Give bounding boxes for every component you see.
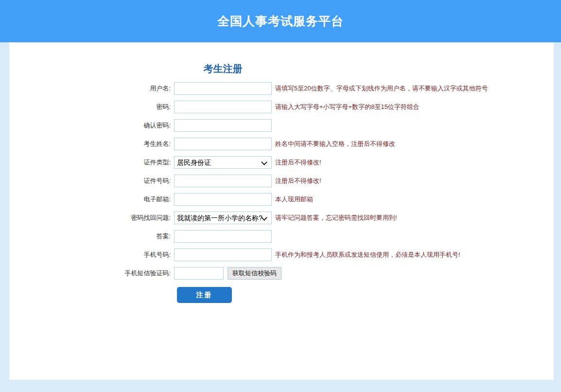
username-label: 用户名: bbox=[9, 84, 174, 93]
email-label: 电子邮箱: bbox=[9, 195, 174, 204]
security-question-label: 密码找回问题: bbox=[9, 214, 174, 222]
cert-number-label: 证件号码: bbox=[9, 177, 174, 185]
confirm-password-label: 确认密码: bbox=[9, 121, 174, 130]
security-question-select[interactable]: 我就读的第一所小学的名称? bbox=[174, 212, 272, 224]
form-row-confirm-password: 确认密码: bbox=[9, 119, 554, 132]
candidate-name-input[interactable] bbox=[174, 138, 272, 150]
site-title: 全国人事考试服务平台 bbox=[217, 13, 344, 29]
confirm-password-input[interactable] bbox=[174, 119, 272, 132]
candidate-name-hint: 姓名中间请不要输入空格，注册后不得修改 bbox=[275, 140, 395, 148]
password-input[interactable] bbox=[174, 101, 272, 113]
username-input[interactable] bbox=[174, 82, 272, 95]
form-row-cert-type: 证件类型: 居民身份证 注册后不得修改! bbox=[9, 156, 554, 169]
form-row-email: 电子邮箱: 本人现用邮箱 bbox=[9, 193, 554, 206]
form-row-sms-code: 手机短信验证码: 获取短信校验码 bbox=[9, 267, 554, 280]
password-label: 密码: bbox=[9, 103, 174, 111]
register-button[interactable]: 注册 bbox=[177, 287, 232, 303]
security-question-select-wrap: 我就读的第一所小学的名称? bbox=[174, 212, 272, 224]
email-hint: 本人现用邮箱 bbox=[275, 195, 313, 204]
candidate-name-label: 考生姓名: bbox=[9, 140, 174, 148]
form-title: 考生注册 bbox=[174, 62, 272, 75]
answer-input[interactable] bbox=[174, 230, 272, 243]
form-row-cert-number: 证件号码: 注册后不得修改! bbox=[9, 175, 554, 187]
email-input[interactable] bbox=[174, 193, 272, 206]
main-panel: 考生注册 用户名: 请填写5至20位数字、字母或下划线作为用户名，请不要输入汉字… bbox=[9, 42, 554, 380]
cert-type-select-wrap: 居民身份证 bbox=[174, 156, 272, 169]
password-hint: 请输入大写字母+小写字母+数字的8至15位字符组合 bbox=[275, 103, 420, 111]
cert-type-select[interactable]: 居民身份证 bbox=[174, 156, 272, 169]
form-row-name: 考生姓名: 姓名中间请不要输入空格，注册后不得修改 bbox=[9, 138, 554, 150]
sms-code-input[interactable] bbox=[174, 267, 224, 280]
sms-code-label: 手机短信验证码: bbox=[9, 269, 174, 278]
form-row-security-question: 密码找回问题: 我就读的第一所小学的名称? 请牢记问题答案，忘记密码需找回时要用… bbox=[9, 212, 554, 224]
mobile-input[interactable] bbox=[174, 249, 272, 261]
username-hint: 请填写5至20位数字、字母或下划线作为用户名，请不要输入汉字或其他符号 bbox=[275, 84, 488, 93]
form-row-answer: 答案: bbox=[9, 230, 554, 243]
form-row-mobile: 手机号码: 手机作为和报考人员联系或发送短信使用，必须是本人现用手机号! bbox=[9, 249, 554, 261]
form-row-password: 密码: 请输入大写字母+小写字母+数字的8至15位字符组合 bbox=[9, 101, 554, 113]
mobile-hint: 手机作为和报考人员联系或发送短信使用，必须是本人现用手机号! bbox=[275, 250, 460, 259]
mobile-label: 手机号码: bbox=[9, 250, 174, 259]
get-sms-code-button[interactable]: 获取短信校验码 bbox=[228, 267, 281, 280]
cert-type-label: 证件类型: bbox=[9, 158, 174, 167]
submit-row: 注册 bbox=[177, 287, 554, 303]
form-row-username: 用户名: 请填写5至20位数字、字母或下划线作为用户名，请不要输入汉字或其他符号 bbox=[9, 82, 554, 95]
security-question-hint: 请牢记问题答案，忘记密码需找回时要用到! bbox=[275, 214, 397, 222]
cert-number-input[interactable] bbox=[174, 175, 272, 187]
cert-type-hint: 注册后不得修改! bbox=[275, 158, 321, 167]
answer-label: 答案: bbox=[9, 232, 174, 241]
header-bar: 全国人事考试服务平台 bbox=[0, 0, 561, 42]
cert-number-hint: 注册后不得修改! bbox=[275, 177, 321, 185]
